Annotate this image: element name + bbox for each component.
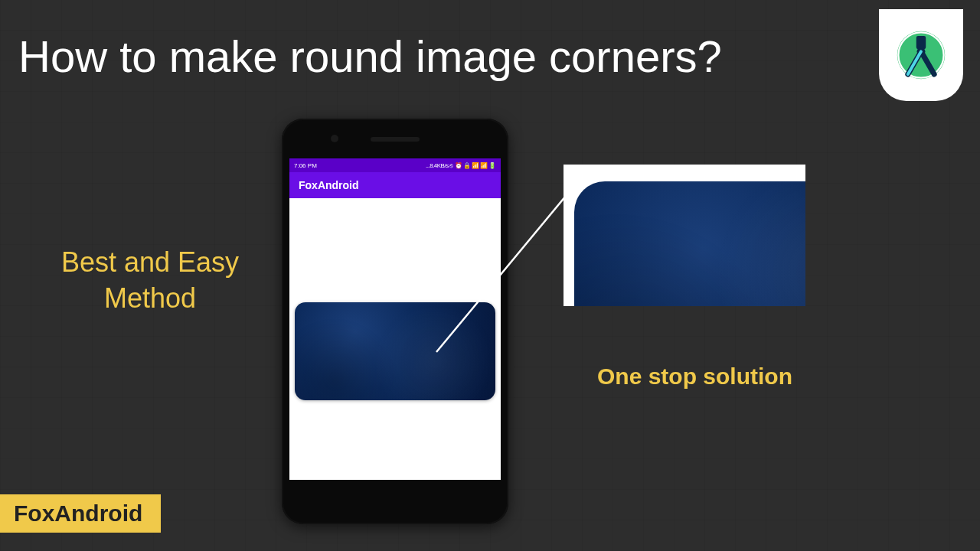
- phone-front-camera: [331, 135, 338, 142]
- phone-screen: 7:06 PM ...8.4KB/s ⎋ ⏰ 🔒 📶 📶 🔋 FoxAndroi…: [289, 158, 501, 480]
- phone-mockup: 7:06 PM ...8.4KB/s ⎋ ⏰ 🔒 📶 📶 🔋 FoxAndroi…: [282, 119, 508, 524]
- status-bar: 7:06 PM ...8.4KB/s ⎋ ⏰ 🔒 📶 📶 🔋: [289, 158, 501, 172]
- app-bar-title: FoxAndroid: [299, 179, 359, 191]
- subtitle-left: Best and Easy Method: [43, 245, 257, 317]
- status-icons: ...8.4KB/s ⎋ ⏰ 🔒 📶 📶 🔋: [426, 162, 496, 169]
- app-bar: FoxAndroid: [289, 172, 501, 198]
- app-content: [289, 198, 501, 480]
- android-studio-badge: [879, 9, 963, 101]
- brand-tag: FoxAndroid: [0, 494, 161, 533]
- rounded-image-sample: [295, 302, 495, 400]
- phone-earpiece: [371, 137, 420, 142]
- svg-rect-2: [916, 36, 926, 49]
- subtitle-right: One stop solution: [597, 364, 792, 390]
- status-time: 7:06 PM: [294, 162, 317, 169]
- slide-title: How to make round image corners?: [18, 31, 722, 82]
- android-studio-icon: [891, 25, 951, 85]
- zoom-rounded-corner: [574, 181, 805, 306]
- zoom-panel: [564, 165, 805, 306]
